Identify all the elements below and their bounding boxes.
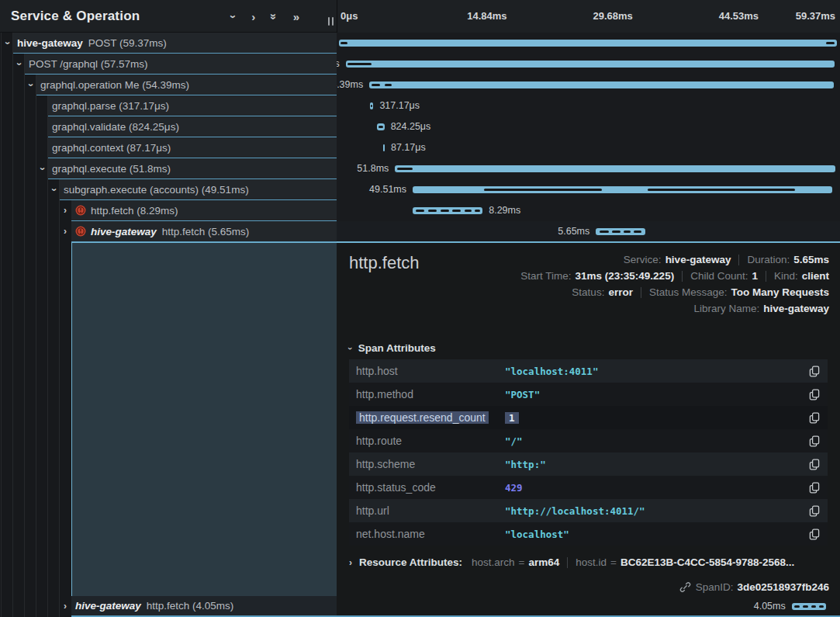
span-timeline-row[interactable]: 317.17μs (337, 95, 840, 116)
attribute-value: "http://localhost:4011/" (505, 505, 801, 517)
span-duration-bar[interactable] (370, 102, 373, 109)
span-duration-bar[interactable] (369, 81, 833, 88)
span-detail-panel: http.fetch Service:hive-gatewayDuration:… (337, 241, 840, 596)
span-duration-bar[interactable] (395, 165, 835, 172)
attribute-row[interactable]: http.host"localhost:4011" (349, 359, 828, 383)
attribute-row[interactable]: net.host.name"localhost" (349, 522, 828, 546)
span-tree-row[interactable]: subgraph.execute (accounts) (49.51ms) (60, 179, 337, 200)
span-duration-bar[interactable] (377, 123, 385, 130)
copy-value-button[interactable] (809, 505, 820, 517)
chevron-right-icon: › (349, 557, 352, 568)
attribute-value: "localhost:4011" (505, 366, 801, 377)
span-duration-bar[interactable] (413, 186, 832, 193)
span-timeline-row[interactable]: 8.29ms (337, 200, 840, 221)
copy-value-button[interactable] (809, 412, 820, 424)
meta-label: Duration: (747, 254, 790, 265)
span-timeline-row[interactable]: 87.17μs (337, 137, 840, 158)
attribute-value: "http:" (505, 459, 801, 470)
span-timeline-row[interactable]: 49.51ms (337, 179, 840, 200)
span-operation-label: http.fetch (8.29ms) (91, 205, 178, 217)
chevron-down-icon[interactable]: › (2, 33, 12, 54)
meta-value: client (802, 270, 829, 282)
resource-attribute-key: host.arch (472, 556, 515, 568)
span-tree-row[interactable]: POST /graphql (57.57ms) (25, 54, 337, 75)
resource-attributes-header[interactable]: › Resource Attributes: host.arch=arm64ho… (349, 556, 828, 568)
span-duration-bar[interactable] (596, 228, 645, 235)
chevron-down-icon[interactable]: › (48, 179, 59, 200)
span-timeline-row[interactable]: 57.57ms (337, 54, 840, 75)
span-tree-row[interactable]: hive-gatewayhttp.fetch (4.05ms) (71, 596, 337, 617)
copy-value-button[interactable] (809, 435, 820, 447)
span-attributes-header[interactable]: › Span Attributes (349, 342, 436, 354)
expand-one-icon[interactable]: › (251, 11, 255, 23)
chevron-right-icon[interactable]: › (60, 596, 71, 617)
chevron-down-icon[interactable]: › (25, 75, 36, 95)
attribute-key: http.url (356, 504, 505, 517)
child-span-segment (624, 231, 631, 233)
chevron-right-icon[interactable]: › (60, 200, 71, 221)
tree-indent-guide (1, 33, 2, 617)
child-span-segment (826, 42, 835, 44)
copy-value-button[interactable] (809, 389, 820, 400)
selected-text-highlight: http.request.resend_count (356, 411, 489, 424)
span-timeline-row[interactable]: 4.05ms (337, 596, 840, 617)
attribute-row[interactable]: http.url"http://localhost:4011/" (349, 499, 828, 522)
chevron-right-icon[interactable]: › (60, 221, 71, 242)
chevron-down-icon[interactable]: › (36, 158, 47, 179)
span-meta-line: Status:errorStatus Message:Too Many Requ… (572, 286, 829, 298)
copy-value-button[interactable] (809, 482, 820, 494)
span-tree-row[interactable]: hive-gatewayhttp.fetch (5.65ms) (71, 221, 337, 242)
span-duration-label: 51.8ms (357, 158, 389, 179)
attribute-row[interactable]: http.method"POST" (349, 383, 828, 406)
child-span-segment (452, 210, 461, 212)
span-operation-label: graphql.validate (824.25μs) (52, 121, 179, 133)
span-duration-bar[interactable] (346, 61, 835, 68)
meta-value: 5.65ms (793, 254, 829, 265)
attribute-row[interactable]: http.request.resend_count1 (349, 406, 828, 429)
collapse-one-icon[interactable]: › (228, 15, 240, 19)
span-tree-row[interactable]: graphql.operation Me (54.39ms) (36, 75, 337, 95)
attribute-key: http.status_code (356, 481, 505, 494)
panel-resize-handle[interactable] (328, 17, 334, 26)
span-tree-row[interactable]: hive-gatewayPOST (59.37ms) (13, 33, 337, 54)
meta-separator (738, 255, 739, 265)
span-timeline-row[interactable]: 51.8ms (337, 158, 840, 179)
span-duration-bar[interactable] (792, 603, 827, 610)
copy-value-button[interactable] (809, 459, 820, 470)
copy-value-button[interactable] (809, 366, 820, 377)
attribute-row[interactable]: http.route"/" (349, 429, 828, 452)
span-duration-bar[interactable] (383, 144, 385, 151)
span-tree-row[interactable]: graphql.execute (51.8ms) (48, 158, 337, 179)
span-duration-label: 317.17μs (379, 95, 420, 116)
span-meta-line: Service:hive-gatewayDuration:5.65ms (624, 254, 829, 265)
span-duration-label: 4.05ms (754, 596, 786, 617)
meta-label: Status Message: (649, 286, 728, 298)
span-tree-header: Service & Operation › › » » (0, 0, 337, 33)
collapse-all-icon[interactable]: » (268, 13, 280, 19)
span-tree-row[interactable]: http.fetch (8.29ms) (71, 200, 337, 221)
tree-indent-guide (24, 33, 25, 617)
span-timeline-row[interactable]: 54.39ms (337, 75, 840, 95)
child-span-segment (794, 605, 800, 608)
attribute-row[interactable]: http.status_code429 (349, 476, 828, 499)
equals-sign: = (519, 556, 525, 568)
span-duration-bar[interactable] (339, 40, 838, 47)
resource-attribute-key: host.id (576, 556, 607, 568)
span-tree-row[interactable]: graphql.context (87.17μs) (48, 137, 337, 158)
span-timeline-row[interactable]: 5.65ms (337, 221, 840, 242)
copy-value-button[interactable] (809, 529, 820, 540)
expand-all-icon[interactable]: » (293, 11, 299, 23)
span-timeline-row[interactable]: 824.25μs (337, 116, 840, 137)
attribute-row[interactable]: http.scheme"http:" (349, 452, 828, 476)
span-timeline-row[interactable] (337, 33, 840, 54)
copy-icon (809, 482, 820, 494)
span-tree-row[interactable]: graphql.validate (824.25μs) (48, 116, 337, 137)
meta-label: Service: (624, 254, 662, 265)
span-tree-row[interactable]: graphql.parse (317.17μs) (48, 95, 337, 116)
chevron-down-icon[interactable]: › (13, 54, 24, 75)
child-span-segment (465, 210, 472, 212)
span-duration-bar[interactable] (413, 207, 482, 214)
copy-icon (809, 366, 820, 377)
meta-label: Start Time: (520, 270, 571, 282)
span-service-name: hive-gateway (91, 226, 157, 237)
